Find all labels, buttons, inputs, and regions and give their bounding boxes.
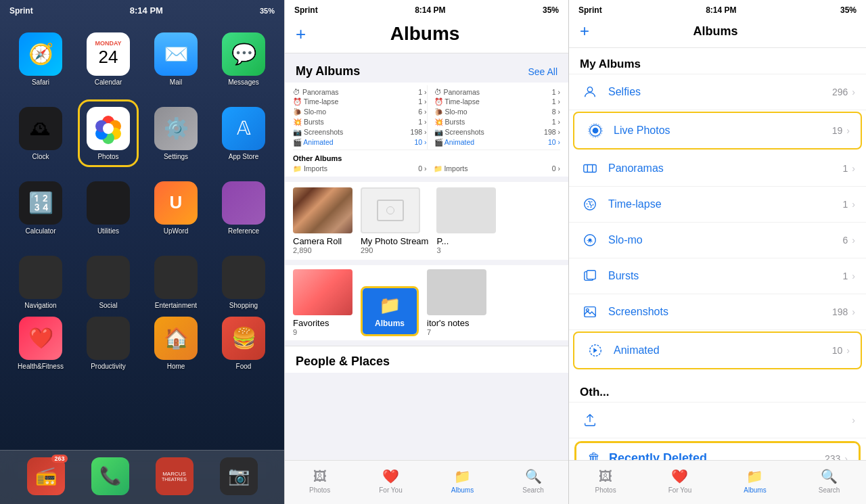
battery-home: 35%	[260, 7, 275, 15]
carrier-home: Sprint	[9, 6, 33, 16]
detail-albums-icon: 📁	[746, 468, 763, 484]
svg-rect-20	[585, 307, 596, 317]
see-all-button[interactable]: See All	[528, 66, 557, 77]
dock-phone[interactable]: 📞	[91, 457, 129, 495]
app-appstore[interactable]: 𝔸 App Store	[213, 99, 274, 167]
albums-tab-highlighted[interactable]: 📁 Albums	[361, 286, 419, 336]
home-screen: Sprint 8:14 PM 35% 🧭 Safari Monday 24 Ca…	[0, 0, 284, 504]
tab-search[interactable]: 🔍 Search	[522, 468, 544, 494]
timelapse-icon	[580, 194, 600, 214]
app-food[interactable]: 🍔 Food	[213, 309, 274, 377]
live-photos-row[interactable]: Live Photos 19 ›	[574, 113, 861, 148]
albums-folder-icon: 📁	[379, 295, 401, 316]
dock-cinema[interactable]: MARCUS THEATRES	[156, 457, 193, 495]
app-utilities[interactable]: Utilities	[78, 174, 139, 242]
svg-rect-19	[587, 271, 595, 279]
selfies-row[interactable]: Selfies 296 ›	[569, 74, 866, 110]
other-albums-section: Oth...	[569, 376, 866, 403]
editors-notes-album[interactable]: itor's notes 7	[427, 269, 486, 336]
foryou-tab-icon: ❤️	[382, 468, 399, 484]
search-tab-icon: 🔍	[525, 468, 542, 484]
time-albums: 8:14 PM	[415, 5, 445, 15]
panoramas-icon	[580, 158, 600, 179]
bursts-row[interactable]: Bursts 1 ›	[569, 258, 866, 294]
app-safari[interactable]: 🧭 Safari	[10, 25, 71, 93]
battery-albums: 35%	[543, 5, 559, 15]
app-calculator[interactable]: 🔢 Calculator	[10, 174, 71, 242]
my-albums-header: My Albums See All	[285, 53, 568, 83]
detail-search-icon: 🔍	[821, 468, 838, 484]
albums-tab-icon: 📁	[454, 468, 471, 484]
svg-point-6	[103, 123, 114, 134]
app-social[interactable]: Social	[78, 248, 139, 316]
app-productivity[interactable]: Productivity	[78, 309, 139, 377]
svg-point-7	[587, 87, 592, 92]
detail-tab-bar: 🖼 Photos ❤️ For You 📁 Albums 🔍 Search	[569, 460, 866, 504]
albums-panel: Sprint 8:14 PM 35% + Albums My Albums Se…	[284, 0, 568, 504]
svg-point-8	[593, 128, 597, 133]
third-album[interactable]: P... 3	[436, 187, 496, 254]
detail-header: + Albums	[569, 18, 866, 48]
app-calendar[interactable]: Monday 24 Calendar	[78, 25, 139, 93]
app-shopping[interactable]: Shopping	[213, 248, 274, 316]
detail-tab-foryou[interactable]: ❤️ For You	[668, 468, 691, 494]
recently-deleted-row[interactable]: 🗑 Recently Deleted 233 ›	[576, 443, 859, 460]
app-entertainment[interactable]: Entertainment	[145, 248, 206, 316]
screenshots-icon	[580, 302, 600, 322]
detail-panel: Sprint 8:14 PM 35% + Albums My Albums Se…	[568, 0, 866, 504]
battery-detail: 35%	[840, 5, 857, 15]
tab-photos[interactable]: 🖼 Photos	[309, 469, 330, 494]
detail-tab-albums-active[interactable]: 📁 Albums	[744, 468, 766, 494]
albums-plus-button[interactable]: +	[296, 24, 306, 45]
app-navigation[interactable]: Navigation	[10, 248, 71, 316]
detail-plus-button[interactable]: +	[580, 22, 589, 41]
app-home[interactable]: 🏠 Home	[145, 309, 206, 377]
screenshots-row[interactable]: Screenshots 198 ›	[569, 294, 866, 330]
app-grid: 🧭 Safari Monday 24 Calendar ✉️ Mail 💬 Me…	[0, 18, 284, 323]
photo-stream-album[interactable]: My Photo Stream 290	[361, 187, 428, 254]
app-settings[interactable]: ⚙️ Settings	[145, 99, 206, 167]
app-messages[interactable]: 💬 Messages	[213, 25, 274, 93]
detail-list: My Albums Selfies 296 ›	[569, 48, 866, 460]
carrier-detail: Sprint	[578, 5, 602, 15]
app-reference[interactable]: Reference	[213, 174, 274, 242]
albums-header: + Albums	[285, 18, 568, 53]
app-health[interactable]: ❤️ Health&Fitness	[10, 309, 71, 377]
live-photos-icon	[585, 120, 606, 141]
dock-camera[interactable]: 📷	[220, 457, 258, 495]
animated-icon	[585, 340, 606, 361]
trash-icon: 🗑	[587, 451, 601, 460]
timelapse-row[interactable]: Time-lapse 1 ›	[569, 187, 866, 223]
slomo-icon	[580, 230, 600, 250]
detail-photos-icon: 🖼	[599, 469, 612, 484]
export-icon	[580, 410, 600, 430]
tab-albums-active[interactable]: 📁 Albums	[451, 468, 474, 494]
detail-tab-photos[interactable]: 🖼 Photos	[595, 469, 616, 494]
people-places-header: People & Places	[285, 346, 568, 373]
animated-row[interactable]: Animated 10 ›	[574, 333, 861, 368]
svg-rect-11	[584, 165, 596, 173]
albums-tab-bar: 🖼 Photos ❤️ For You 📁 Albums 🔍 Search	[285, 460, 568, 504]
selfies-icon	[580, 82, 600, 102]
status-bar-albums: Sprint 8:14 PM 35%	[285, 0, 568, 18]
detail-tab-search[interactable]: 🔍 Search	[819, 468, 840, 494]
panoramas-row[interactable]: Panoramas 1 ›	[569, 151, 866, 187]
slomo-row[interactable]: Slo-mo 6 ›	[569, 223, 866, 258]
dock-radio[interactable]: 📻 263	[27, 457, 65, 495]
time-home: 8:14 PM	[130, 5, 163, 16]
app-mail[interactable]: ✉️ Mail	[145, 25, 206, 93]
tab-foryou[interactable]: ❤️ For You	[379, 468, 402, 494]
albums-content: My Albums See All ⏱ Panoramas1 › ⏰ Time-…	[285, 53, 568, 460]
my-albums-section: My Albums	[569, 48, 866, 74]
albums-title: Albums	[390, 23, 460, 45]
photos-tab-icon: 🖼	[313, 469, 327, 484]
app-clock[interactable]: 🕰 Clock	[10, 99, 71, 167]
app-photos-highlighted[interactable]: Photos	[78, 99, 139, 167]
camera-roll-album[interactable]: Camera Roll 2,890	[293, 187, 352, 254]
recently-deleted-highlighted-box: 🗑 Recently Deleted 233 ›	[574, 441, 861, 460]
time-detail: 8:14 PM	[706, 5, 736, 15]
favorites-album[interactable]: Favorites 9	[293, 269, 352, 336]
app-upword[interactable]: U UpWord	[145, 174, 206, 242]
export-row[interactable]: ›	[569, 403, 866, 438]
status-bar-home: Sprint 8:14 PM 35%	[0, 0, 284, 18]
